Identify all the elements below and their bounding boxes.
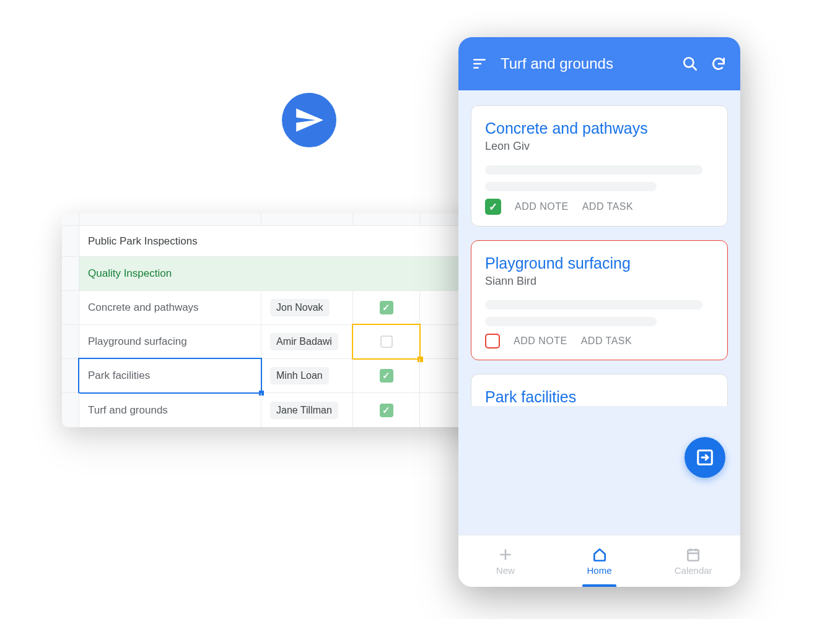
skeleton-line xyxy=(485,165,702,175)
bottom-nav: New Home Calendar xyxy=(458,535,740,587)
search-icon[interactable] xyxy=(682,56,698,72)
card-subtitle: Siann Bird xyxy=(485,275,714,288)
add-note-button[interactable]: ADD NOTE xyxy=(515,201,569,212)
card-checkbox-icon[interactable] xyxy=(485,334,500,348)
home-icon xyxy=(592,547,608,563)
skeleton-line xyxy=(485,182,657,191)
assignee-cell[interactable]: Amir Badawi xyxy=(261,325,353,358)
enter-icon xyxy=(696,448,714,467)
item-cell[interactable]: Turf and grounds xyxy=(79,393,261,427)
assignee-chip[interactable]: Jon Novak xyxy=(270,299,330,316)
sheet-section-cell[interactable]: Quality Inspection xyxy=(79,257,261,290)
add-note-button[interactable]: ADD NOTE xyxy=(514,335,567,347)
task-card-alert[interactable]: Playground surfacing Siann Bird ADD NOTE… xyxy=(471,240,728,360)
paper-plane-icon xyxy=(294,105,325,136)
card-title: Park facilities xyxy=(485,388,714,406)
card-checkbox-icon[interactable] xyxy=(485,199,501,215)
card-subtitle: Leon Giv xyxy=(485,140,714,153)
nav-new[interactable]: New xyxy=(458,535,553,587)
check-cell[interactable] xyxy=(353,359,420,392)
sheet-data-row[interactable]: Park facilities Minh Loan xyxy=(62,359,508,393)
item-cell[interactable]: Park facilities xyxy=(79,359,261,392)
card-title: Playground surfacing xyxy=(485,254,714,272)
calendar-icon xyxy=(685,547,701,563)
item-cell[interactable]: Playground surfacing xyxy=(79,325,261,358)
checkbox-icon[interactable] xyxy=(380,301,393,314)
nav-label: Calendar xyxy=(675,565,712,576)
sheet-column-headers xyxy=(62,214,508,226)
nav-calendar[interactable]: Calendar xyxy=(646,535,740,587)
skeleton-line xyxy=(485,317,657,326)
assignee-chip[interactable]: Amir Badawi xyxy=(270,333,338,350)
add-task-button[interactable]: ADD TASK xyxy=(582,201,634,212)
sheet-title-row[interactable]: Public Park Inspections xyxy=(62,226,508,257)
add-task-button[interactable]: ADD TASK xyxy=(581,335,632,347)
paper-plane-badge xyxy=(282,93,336,147)
fab-button[interactable] xyxy=(685,437,725,478)
checkbox-icon[interactable] xyxy=(380,335,393,348)
item-cell[interactable]: Concrete and pathways xyxy=(79,291,261,324)
app-body[interactable]: Concrete and pathways Leon Giv ADD NOTE … xyxy=(458,90,740,535)
assignee-chip[interactable]: Minh Loan xyxy=(270,367,329,384)
mobile-app-frame: Turf and grounds Concrete and pathways L… xyxy=(458,37,740,587)
sheet-section-row[interactable]: Quality Inspection xyxy=(62,257,508,291)
nav-home[interactable]: Home xyxy=(553,535,647,587)
assignee-cell[interactable]: Minh Loan xyxy=(261,359,353,392)
check-cell[interactable] xyxy=(353,325,420,358)
checkbox-icon[interactable] xyxy=(380,369,393,383)
sort-icon[interactable] xyxy=(472,56,488,72)
check-cell[interactable] xyxy=(353,291,420,324)
nav-label: New xyxy=(496,565,515,576)
task-card[interactable]: Park facilities xyxy=(471,374,728,406)
task-card[interactable]: Concrete and pathways Leon Giv ADD NOTE … xyxy=(471,105,728,227)
plus-icon xyxy=(497,547,514,563)
sheet-data-row[interactable]: Playground surfacing Amir Badawi xyxy=(62,325,508,359)
card-title: Concrete and pathways xyxy=(485,119,714,137)
check-cell[interactable] xyxy=(353,393,420,427)
spreadsheet-panel: Public Park Inspections Quality Inspecti… xyxy=(62,214,508,427)
assignee-cell[interactable]: Jon Novak xyxy=(261,291,353,324)
nav-label: Home xyxy=(587,565,612,576)
sheet-data-row[interactable]: Concrete and pathways Jon Novak xyxy=(62,291,508,325)
sheet-data-row[interactable]: Turf and grounds Jane Tillman xyxy=(62,393,508,427)
checkbox-icon[interactable] xyxy=(380,404,393,417)
sheet-title-cell[interactable]: Public Park Inspections xyxy=(79,226,261,256)
app-header: Turf and grounds xyxy=(458,37,740,90)
assignee-chip[interactable]: Jane Tillman xyxy=(270,402,338,419)
skeleton-line xyxy=(485,300,702,310)
assignee-cell[interactable]: Jane Tillman xyxy=(261,393,353,427)
app-header-title: Turf and grounds xyxy=(501,55,670,72)
svg-rect-2 xyxy=(688,550,699,560)
refresh-icon[interactable] xyxy=(711,56,727,72)
